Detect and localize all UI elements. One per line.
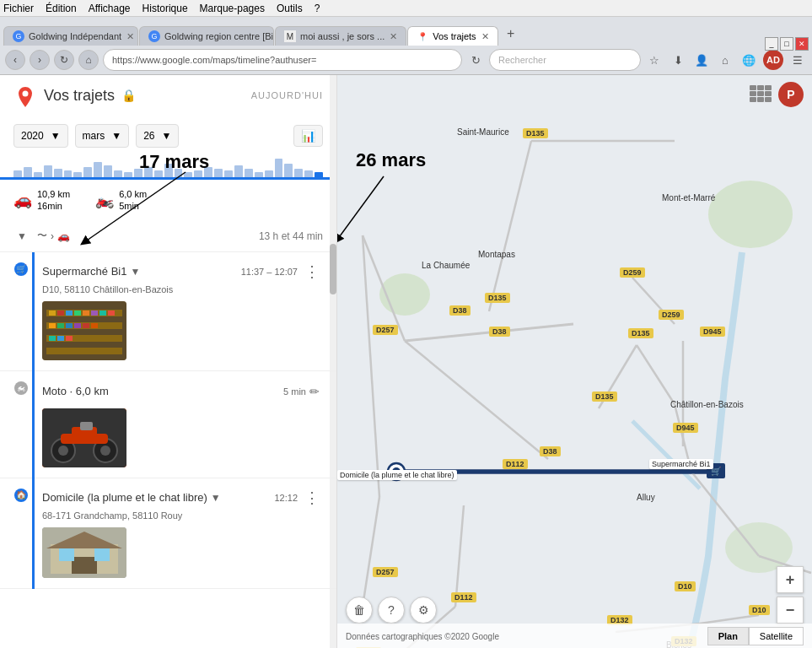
domicile-more[interactable]: ⋮ xyxy=(301,489,323,507)
supermarche-more[interactable]: ⋮ xyxy=(301,262,323,281)
menu-outils[interactable]: Outils xyxy=(277,3,303,14)
svg-point-41 xyxy=(708,181,793,248)
minimize-button[interactable]: _ xyxy=(765,37,778,51)
badge-d38-2: D38 xyxy=(489,327,510,337)
chart-bar-26[interactable] xyxy=(275,159,283,177)
tab-favicon-4: 📍 xyxy=(417,30,428,42)
supermarche-name[interactable]: Supermarché Bi1 xyxy=(42,265,126,278)
day-select[interactable]: 26 ▼ xyxy=(136,124,179,148)
satellite-view-button[interactable]: Satellite xyxy=(749,627,804,645)
svg-rect-24 xyxy=(66,336,73,341)
trash-button[interactable]: 🗑 xyxy=(346,597,373,624)
chart-bar-6[interactable] xyxy=(73,172,82,177)
chart-bar-1[interactable] xyxy=(24,167,32,177)
chart-bar-9[interactable] xyxy=(104,165,112,177)
timeline-col-shopping: 🛒 xyxy=(0,262,42,360)
chart-bar-14[interactable] xyxy=(154,170,163,177)
tab-close-4[interactable]: ✕ xyxy=(481,31,489,42)
zoom-in-button[interactable]: + xyxy=(777,566,804,593)
refresh-button[interactable]: ↻ xyxy=(54,50,74,70)
chart-bar-21[interactable] xyxy=(224,170,233,177)
menu-marque-pages[interactable]: Marque-pages xyxy=(200,3,265,14)
chart-bar-12[interactable] xyxy=(134,169,143,177)
menu-edition[interactable]: Édition xyxy=(46,3,77,14)
menu-historique[interactable]: Historique xyxy=(143,3,188,14)
supermarche-content: Supermarché Bi1 ▼ 11:37 – 12:07 ⋮ D10, 5… xyxy=(42,262,336,360)
supermarche-time-row: 11:37 – 12:07 ⋮ xyxy=(241,262,323,281)
home-nav-icon[interactable]: ⌂ xyxy=(716,51,734,69)
zoom-controls: + − xyxy=(777,566,804,624)
year-select[interactable]: 2020 ▼ xyxy=(13,124,68,148)
lock-icon: 🔒 xyxy=(121,89,136,102)
badge-d945-2: D945 xyxy=(673,423,698,433)
forward-button[interactable]: › xyxy=(30,50,50,70)
address-text: https://www.google.com/maps/timeline?aut… xyxy=(112,55,316,65)
chart-bar-13[interactable] xyxy=(144,167,153,177)
maximize-button[interactable]: □ xyxy=(780,37,793,51)
chart-bar-10[interactable] xyxy=(114,170,122,177)
tab-moi-aussi[interactable]: M moi aussi , je sors ... ✕ xyxy=(275,26,406,46)
menu-fichier[interactable]: Fichier xyxy=(3,3,34,14)
map-copyright: Données cartographiques ©2020 Google xyxy=(346,632,499,641)
svg-rect-37 xyxy=(59,548,74,561)
chart-bar-2[interactable] xyxy=(34,172,42,177)
user-icon[interactable]: 👤 xyxy=(692,51,711,69)
svg-point-31 xyxy=(58,446,68,456)
badge-d10-2: D10 xyxy=(749,605,770,615)
chart-bar-25[interactable] xyxy=(265,170,273,177)
chart-bar-11[interactable] xyxy=(124,172,132,177)
new-tab-button[interactable]: + xyxy=(499,22,523,46)
chart-bar-29[interactable] xyxy=(304,170,313,177)
chart-bar-5[interactable] xyxy=(64,170,73,177)
chart-bar-27[interactable] xyxy=(284,164,293,177)
chart-bar-17[interactable] xyxy=(184,172,192,177)
tab-close-3[interactable]: ✕ xyxy=(390,31,397,42)
help-button[interactable]: ? xyxy=(378,597,405,624)
domicile-chevron[interactable]: ▼ xyxy=(211,492,221,504)
chart-bar-0[interactable] xyxy=(13,170,22,177)
google-apps-icon[interactable] xyxy=(746,82,770,105)
chart-bar-8[interactable] xyxy=(94,162,102,177)
chart-bar-19[interactable] xyxy=(204,167,212,177)
address-input[interactable]: https://www.google.com/maps/timeline?aut… xyxy=(103,49,462,71)
svg-rect-12 xyxy=(83,310,89,316)
chart-bar-24[interactable] xyxy=(255,172,263,177)
menu-affichage[interactable]: Affichage xyxy=(89,3,131,14)
plan-view-button[interactable]: Plan xyxy=(707,627,749,645)
home-dot: 🏠 xyxy=(14,489,28,502)
chart-bar-20[interactable] xyxy=(214,169,223,177)
chart-bar-23[interactable] xyxy=(245,169,253,177)
chart-bar-15[interactable] xyxy=(164,164,173,177)
star-icon[interactable]: ☆ xyxy=(645,51,664,69)
chart-bar-22[interactable] xyxy=(234,165,243,177)
tab-close-1[interactable]: ✕ xyxy=(126,31,134,42)
domicile-name[interactable]: Domicile (la plume et le chat libre) xyxy=(42,491,207,504)
chart-bar-18[interactable] xyxy=(194,170,202,177)
month-select[interactable]: mars ▼ xyxy=(75,124,130,148)
reload-icon[interactable]: ↻ xyxy=(466,51,485,69)
chart-bar-4[interactable] xyxy=(54,169,62,177)
supermarche-chevron[interactable]: ▼ xyxy=(130,266,140,278)
tab-vos-trajets[interactable]: 📍 Vos trajets ✕ xyxy=(407,26,497,46)
settings-button[interactable]: ⚙ xyxy=(410,597,437,624)
chart-bar-7[interactable] xyxy=(83,167,92,177)
moto-title: Moto · 6,0 km xyxy=(42,385,109,397)
chart-bar-3[interactable] xyxy=(44,165,52,177)
expand-button[interactable]: ▼ xyxy=(13,228,30,245)
edit-icon[interactable]: ✏ xyxy=(306,381,323,402)
home-button[interactable]: ⌂ xyxy=(78,50,99,70)
tab-goldwing-region[interactable]: G Goldwing region centre [Biehl... ✕ xyxy=(139,26,274,46)
chart-button[interactable]: 📊 xyxy=(293,125,323,147)
tab-goldwing-independant[interactable]: G Goldwing Indépendant ✕ xyxy=(3,26,138,46)
globe-icon[interactable]: 🌐 xyxy=(739,51,758,69)
chart-bar-30[interactable] xyxy=(315,172,323,177)
user-profile-icon[interactable]: P xyxy=(778,82,804,107)
menu-help[interactable]: ? xyxy=(315,3,320,14)
chart-bar-16[interactable] xyxy=(175,169,183,177)
zoom-out-button[interactable]: − xyxy=(777,597,804,624)
download-icon[interactable]: ⬇ xyxy=(669,51,687,69)
close-button[interactable]: ✕ xyxy=(795,37,809,51)
search-box[interactable]: Rechercher xyxy=(489,49,641,71)
back-button[interactable]: ‹ xyxy=(5,50,25,70)
chart-bar-28[interactable] xyxy=(294,169,303,177)
